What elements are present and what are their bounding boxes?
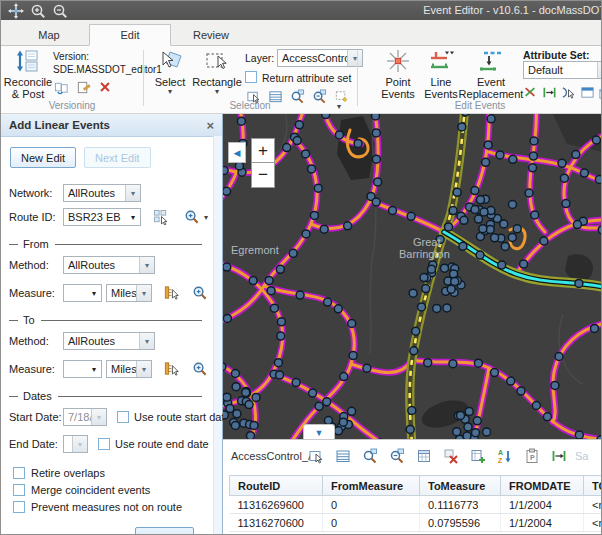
attribute-set-select[interactable]: Default▾: [523, 61, 602, 79]
prevent-measures-label: Prevent measures not on route: [31, 501, 182, 513]
attribute-window-icon[interactable]: [579, 84, 595, 100]
end-date-select[interactable]: ▾: [63, 435, 88, 453]
select-tool-button[interactable]: Select ▾: [151, 48, 189, 95]
chevron-down-icon: ▾: [597, 62, 602, 78]
retire-overlaps-checkbox[interactable]: [13, 467, 25, 479]
prevent-measures-checkbox[interactable]: [13, 501, 25, 513]
map-zoom-out-button[interactable]: −: [251, 163, 275, 188]
network-select[interactable]: AllRoutes▾: [63, 184, 141, 202]
pick-measure-icon[interactable]: [162, 361, 179, 378]
pick-measure-icon[interactable]: [162, 285, 179, 302]
from-section-label: From: [23, 238, 49, 250]
panel-title: Add Linear Events: [9, 119, 110, 131]
collapse-table-button[interactable]: ▼: [303, 424, 335, 439]
point-events-button[interactable]: Point Events: [377, 48, 419, 100]
column-header-frommeasure[interactable]: FromMeasure: [323, 476, 420, 496]
reconcile-post-button[interactable]: Reconcile & Post: [5, 48, 51, 100]
collapse-panel-button[interactable]: ◀: [228, 142, 246, 163]
dates-section-label: Dates: [23, 390, 52, 402]
report-icon[interactable]: P: [523, 447, 540, 464]
line-events-button[interactable]: Line Events: [421, 48, 461, 100]
to-measure-combo[interactable]: ▾: [63, 360, 102, 378]
chevron-down-icon: ▾: [87, 361, 101, 377]
map-view[interactable]: Egremont Great Barrington ◀ + − ▼: [223, 114, 601, 439]
start-date-select[interactable]: 7/18/▾: [63, 408, 107, 426]
next-button[interactable]: Next >: [135, 527, 194, 535]
map-label-egremont: Egremont: [231, 244, 279, 256]
close-icon[interactable]: ×: [206, 119, 214, 132]
next-edit-button[interactable]: Next Edit: [84, 147, 151, 168]
save-button[interactable]: Sa: [575, 450, 588, 462]
measure-range-icon[interactable]: [550, 447, 567, 464]
map-canvas: Egremont Great Barrington: [223, 114, 601, 439]
tab-map[interactable]: Map: [9, 25, 89, 45]
chevron-down-icon: ▾: [347, 50, 362, 66]
chevron-down-icon: ▾: [91, 409, 106, 425]
from-units-select[interactable]: Miles▾: [106, 284, 152, 302]
map-zoom-control: + −: [251, 138, 275, 188]
table-header-row: RouteIDFromMeasureToMeasureFROMDATETODAT…: [230, 476, 602, 496]
rectangle-tool-button[interactable]: Rectangle ▾: [192, 48, 242, 95]
from-method-select[interactable]: AllRoutes▾: [63, 256, 155, 274]
select-features-icon[interactable]: [307, 447, 324, 464]
route-id-label: Route ID:: [9, 211, 63, 223]
copy-attributes-icon[interactable]: [597, 84, 602, 100]
column-header-routeid[interactable]: RouteID: [230, 476, 323, 496]
snap-events-icon[interactable]: [560, 84, 576, 100]
use-route-end-checkbox[interactable]: [98, 438, 110, 450]
chevron-down-icon: ▾: [136, 361, 151, 377]
chevron-down-icon: ▾: [139, 333, 154, 349]
new-version-icon[interactable]: [75, 79, 91, 95]
use-route-start-checkbox[interactable]: [117, 411, 129, 423]
clear-selected-icon[interactable]: [442, 447, 459, 464]
measure-event-icon[interactable]: [541, 84, 557, 100]
merge-coincident-checkbox[interactable]: [13, 484, 25, 496]
return-attribute-set-checkbox[interactable]: [245, 71, 257, 83]
column-header-todate[interactable]: TODATE: [584, 476, 602, 496]
add-linear-events-panel: Add Linear Events × New Edit Next Edit N…: [1, 114, 223, 535]
sort-icon[interactable]: AZ: [496, 447, 513, 464]
title-bar: Event Editor - v10.6.1 - docMassDOT: [1, 1, 601, 20]
show-attributes-icon[interactable]: [334, 447, 351, 464]
ribbon: Reconcile & Post Version: SDE.MASSDOT_ed…: [1, 46, 601, 114]
zoom-out-icon[interactable]: [52, 3, 68, 19]
route-pick-icon[interactable]: [153, 209, 170, 226]
zoom-to-measure-icon[interactable]: [191, 285, 208, 302]
zoom-in-icon[interactable]: [30, 3, 46, 19]
open-table-icon[interactable]: [415, 447, 432, 464]
chevron-down-icon: ▾: [72, 436, 87, 452]
from-measure-label: Measure:: [9, 287, 63, 299]
column-header-fromdate[interactable]: FROMDATE: [501, 476, 584, 496]
delete-version-icon[interactable]: [97, 79, 113, 95]
pan-icon[interactable]: [8, 3, 24, 19]
route-id-combo[interactable]: BSR23 EB▾: [63, 208, 141, 226]
chevron-down-icon: ▾: [126, 209, 140, 225]
add-records-icon[interactable]: [469, 447, 486, 464]
table-row[interactable]: 1131627060000.07955961/1/2004<null>N: [230, 514, 602, 532]
chevron-down-icon: ▾: [215, 88, 219, 95]
tab-edit[interactable]: Edit: [89, 24, 171, 46]
pan-to-selected-icon[interactable]: [388, 447, 405, 464]
from-measure-combo[interactable]: ▾: [63, 284, 102, 302]
split-event-icon[interactable]: [522, 84, 538, 100]
refresh-version-icon[interactable]: [53, 79, 69, 95]
layer-select[interactable]: AccessControl_A▾: [277, 49, 363, 67]
map-label-great: Great: [413, 236, 441, 248]
table-row[interactable]: 1131626960000.11167731/1/2004<null>N: [230, 496, 602, 514]
table-layer-name: AccessControl_A: [231, 450, 315, 462]
new-edit-button[interactable]: New Edit: [10, 147, 76, 168]
tab-review[interactable]: Review: [171, 25, 251, 45]
zoom-to-measure-icon[interactable]: [191, 361, 208, 378]
column-header-tomeasure[interactable]: ToMeasure: [420, 476, 501, 496]
chevron-down-icon: ▾: [87, 285, 101, 301]
zoom-to-route-icon[interactable]: [184, 209, 201, 226]
chevron-down-icon[interactable]: ▾: [204, 213, 208, 222]
event-replacement-button[interactable]: Event Replacement: [463, 48, 519, 100]
select-tool-icon: [157, 48, 183, 76]
to-method-select[interactable]: AllRoutes▾: [63, 332, 155, 350]
map-zoom-in-button[interactable]: +: [251, 138, 275, 163]
merge-coincident-label: Merge coincident events: [31, 484, 150, 496]
zoom-to-selected-icon[interactable]: [361, 447, 378, 464]
to-units-select[interactable]: Miles▾: [106, 360, 152, 378]
ribbon-tabs: Map Edit Review: [1, 20, 601, 46]
